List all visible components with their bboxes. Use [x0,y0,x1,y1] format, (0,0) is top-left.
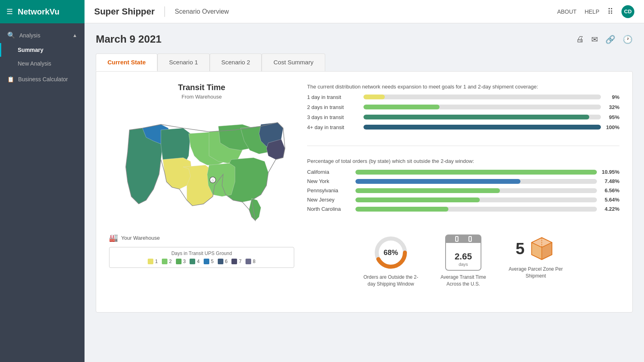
kpi-parcel-label: Average Parcel Zone Per Shipment [508,266,564,280]
transit-bar-row: 2 days in transit 32% [307,104,619,110]
sidebar-section-business-calculator[interactable]: 📋 Business Calculator [0,72,85,86]
svg-text:⌂: ⌂ [212,178,214,182]
transit-label: 2 days in transit [307,104,359,110]
transit-bar-track [363,105,601,109]
about-link[interactable]: ABOUT [557,8,576,15]
kpi-row: 68% Orders are Outside the 2-day Shippin… [307,234,619,288]
link-icon[interactable]: 🔗 [605,35,615,44]
state-bar-fill [355,188,500,193]
legend-num: 8 [253,259,256,264]
donut-value: 68% [384,249,398,257]
state-bars: California 10.95% New York 7.48% Pennsyl… [307,169,619,212]
legend-item: 5 [204,259,214,264]
transit-bar-track [363,95,601,99]
panel-content: Transit Time From Warehouse [109,83,619,288]
hamburger-icon[interactable]: ☰ [6,7,13,16]
analysis-label: Analysis [19,32,40,39]
sidebar-item-summary[interactable]: Summary [0,43,85,57]
legend-dot [218,259,223,264]
calendar-ring-left [455,236,458,242]
state-bar-row: New Jersey 5.64% [307,197,619,203]
email-icon[interactable]: ✉ [591,35,598,44]
kpi-orders-outside: 68% Orders are Outside the 2-day Shippin… [363,234,419,288]
analysis-icon: 🔍 [7,31,15,39]
box-number: 5 [516,240,524,258]
transit-bar-fill [363,125,601,130]
state-bar-row: California 10.95% [307,169,619,175]
state-label: Pennsylvania [307,187,351,193]
box-kpi-content: 5 [516,234,556,263]
transit-bar-track [363,115,601,119]
tab-current-state[interactable]: Current State [96,53,157,71]
tab-scenario2[interactable]: Scenario 2 [210,53,262,71]
state-bar-track [355,188,597,193]
topbar-right: ABOUT HELP ⠿ CD [557,5,634,18]
transit-bar-track [363,125,601,130]
legend-item: 7 [231,259,242,264]
state-label: New Jersey [307,197,351,203]
legend-num: 4 [197,259,200,264]
sidebar-logo: NetworkVu [18,7,60,16]
map-title: Transit Time [109,83,294,92]
kpi-orders-label: Orders are Outside the 2-day Shipping Wi… [363,274,419,288]
main-content: Super Shipper Scenario Overview ABOUT HE… [85,0,644,362]
legend-dot [176,259,182,264]
help-link[interactable]: HELP [584,8,599,15]
state-pct: 5.64% [601,197,619,203]
grid-icon[interactable]: ⠿ [607,7,613,16]
donut-chart: 68% [373,234,409,271]
tabs: Current State Scenario 1 Scenario 2 Cost… [96,53,633,71]
user-avatar[interactable]: CD [621,5,634,18]
state-pct: 7.48% [601,178,619,184]
legend-item: 6 [218,259,228,264]
warehouse-label: 🏭 Your Warehouse [109,233,294,242]
print-icon[interactable]: 🖨 [576,35,584,44]
toolbar-icons: 🖨 ✉ 🔗 🕐 [576,35,633,44]
calendar-value: 2.65 [455,251,472,262]
state-bar-track [355,179,597,184]
legend-dot [162,259,167,264]
tab-cost-summary[interactable]: Cost Summary [262,53,325,71]
state-section-title: Percentage of total orders (by state) wh… [307,157,619,165]
state-bar-row: New York 7.48% [307,178,619,184]
transit-bar-fill [363,115,589,119]
legend-dot [190,259,195,264]
warehouse-building-icon: 🏭 [109,233,118,242]
state-bar-fill [355,170,597,175]
legend-num: 5 [211,259,214,264]
state-pct: 4.22% [601,206,619,212]
sidebar-nav: 🔍 Analysis ▲ Summary New Analysis 📋 Busi… [0,23,85,90]
calendar-ring-right [469,236,472,242]
legend-items: 12345678 [116,259,287,264]
state-bar-row: North Carolina 4.22% [307,206,619,212]
transit-bar-fill [363,105,440,109]
analysis-sub-items: Summary New Analysis [0,43,85,70]
legend-num: 1 [155,259,158,264]
stats-divider [307,146,619,146]
distribution-text: The current distribution network needs e… [307,83,619,91]
sidebar-item-new-analysis[interactable]: New Analysis [0,57,85,70]
calculator-label: Business Calculator [18,76,68,82]
state-bar-fill [355,197,480,202]
history-icon[interactable]: 🕐 [623,35,633,44]
map-section: Transit Time From Warehouse [109,83,294,288]
sidebar-section-analysis[interactable]: 🔍 Analysis ▲ [0,27,85,43]
tab-scenario1[interactable]: Scenario 1 [157,53,210,71]
transit-pct: 9% [605,94,619,100]
legend-dot [246,259,251,264]
transit-bar-row: 4+ day in transit 100% [307,124,619,130]
transit-pct: 32% [605,104,619,110]
state-bar-fill [355,179,520,184]
transit-label: 4+ day in transit [307,124,359,130]
main-panel: Transit Time From Warehouse [96,71,633,313]
legend-item: 1 [148,259,158,264]
legend-num: 3 [183,259,186,264]
calendar-icon: 2.65 days [445,234,481,271]
legend-num: 2 [169,259,172,264]
sidebar: ☰ NetworkVu 🔍 Analysis ▲ Summary New Ana… [0,0,85,362]
topbar-title: Super Shipper [94,6,165,17]
transit-label: 1 day in transit [307,94,359,100]
state-pct: 6.56% [601,187,619,193]
transit-label: 3 days in transit [307,114,359,120]
map-container: ⌂ [109,105,294,229]
